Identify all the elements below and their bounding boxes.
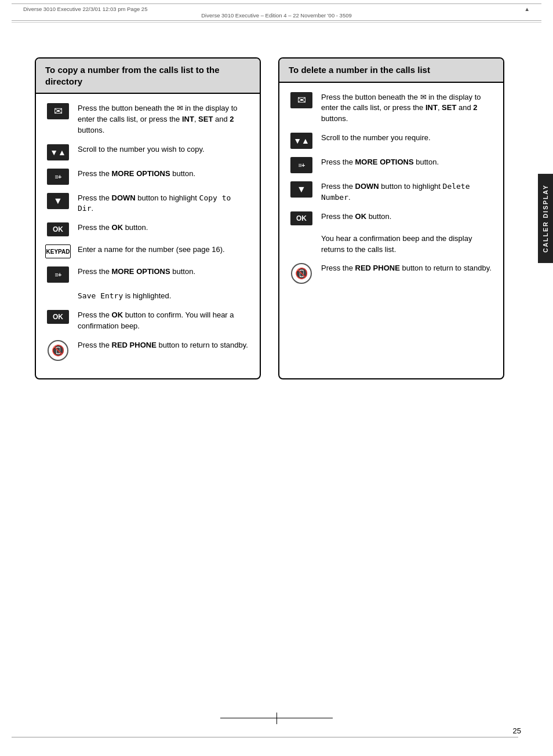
ok-icon-right-5: OK <box>290 211 312 225</box>
left-step-7: ≡+ Press the MORE OPTIONS button. <box>45 266 250 283</box>
arrows-icon-right-2: ▼▲ <box>290 133 312 149</box>
left-step-5-text: Press the OK button. <box>78 222 250 233</box>
left-step-7-text: Press the MORE OPTIONS button. <box>78 266 250 277</box>
right-step-4-text: Press the DOWN button to highlight Delet… <box>321 181 494 203</box>
left-step-5: OK Press the OK button. <box>45 222 250 236</box>
page-number: 25 <box>513 726 521 735</box>
ok-icon-left-5: OK <box>47 222 69 236</box>
left-step-8-text: Save Entry is highlighted. <box>78 291 250 302</box>
right-section: To delete a number in the calls list Pre… <box>278 57 504 379</box>
left-step-9-text: Press the OK button to confirm. You will… <box>78 310 250 332</box>
arrows-icon-left-2: ▼▲ <box>47 144 69 160</box>
left-step-10: 📵 Press the RED PHONE button to return t… <box>45 340 250 361</box>
envelope-icon-right-1 <box>290 92 312 108</box>
left-step-6: KEYPAD Enter a name for the number (see … <box>45 244 250 258</box>
left-step-3-text: Press the MORE OPTIONS button. <box>78 169 250 180</box>
right-step-7-text: Press the RED PHONE button to return to … <box>321 263 494 274</box>
red-phone-icon-left-10: 📵 <box>48 340 68 361</box>
header-subtitle: Diverse 3010 Executive – Edition 4 – 22 … <box>23 12 530 19</box>
right-step-1: Press the button beneath the ✉ in the di… <box>289 92 494 125</box>
right-step-3: ≡+ Press the MORE OPTIONS button. <box>289 157 494 173</box>
options-icon-left-3: ≡+ <box>47 169 69 185</box>
left-section-title: To copy a number from the calls list to … <box>36 59 260 94</box>
left-step-10-text: Press the RED PHONE button to return to … <box>78 340 250 351</box>
corner-mark: ▲ <box>525 6 530 12</box>
left-section: To copy a number from the calls list to … <box>35 57 261 379</box>
right-step-7: 📵 Press the RED PHONE button to return t… <box>289 263 494 284</box>
right-step-1-text: Press the button beneath the ✉ in the di… <box>321 92 494 125</box>
left-step-1: Press the button beneath the ✉ in the di… <box>45 103 250 136</box>
right-step-2: ▼▲ Scroll to the number you require. <box>289 133 494 149</box>
right-section-title: To delete a number in the calls list <box>279 59 503 83</box>
left-step-2-text: Scroll to the number you wish to copy. <box>78 144 250 155</box>
right-step-6-text: You hear a confirmation beep and the dis… <box>321 233 494 255</box>
sidebar-label: CALLER DISPLAY <box>538 174 553 263</box>
left-step-4-text: Press the DOWN button to highlight Copy … <box>78 193 250 215</box>
envelope-icon-left-1 <box>47 103 69 119</box>
ok-icon-left-9: OK <box>47 310 69 324</box>
left-step-3: ≡+ Press the MORE OPTIONS button. <box>45 169 250 185</box>
right-step-2-text: Scroll to the number you require. <box>321 133 494 144</box>
right-step-5-text: Press the OK button. <box>321 211 494 222</box>
left-step-8: Save Entry is highlighted. <box>45 291 250 302</box>
left-step-4: ▼ Press the DOWN button to highlight Cop… <box>45 193 250 215</box>
right-step-6: You hear a confirmation beep and the dis… <box>289 233 494 255</box>
keypad-icon-left-6: KEYPAD <box>45 244 71 258</box>
header-top: Diverse 3010 Executive 22/3/01 12:03 pm … <box>23 6 147 12</box>
left-step-6-text: Enter a name for the number (see page 16… <box>78 244 250 255</box>
left-step-1-text: Press the button beneath the ✉ in the di… <box>78 103 250 136</box>
down-icon-right-4: ▼ <box>290 181 312 198</box>
left-step-9: OK Press the OK button to confirm. You w… <box>45 310 250 332</box>
options-icon-left-7: ≡+ <box>47 266 69 283</box>
left-step-2: ▼▲ Scroll to the number you wish to copy… <box>45 144 250 160</box>
red-phone-icon-right-7: 📵 <box>291 263 312 284</box>
options-icon-right-3: ≡+ <box>290 157 312 173</box>
down-icon-left-4: ▼ <box>47 193 69 209</box>
right-step-3-text: Press the MORE OPTIONS button. <box>321 157 494 168</box>
right-step-5: OK Press the OK button. <box>289 211 494 225</box>
right-step-4: ▼ Press the DOWN button to highlight Del… <box>289 181 494 203</box>
